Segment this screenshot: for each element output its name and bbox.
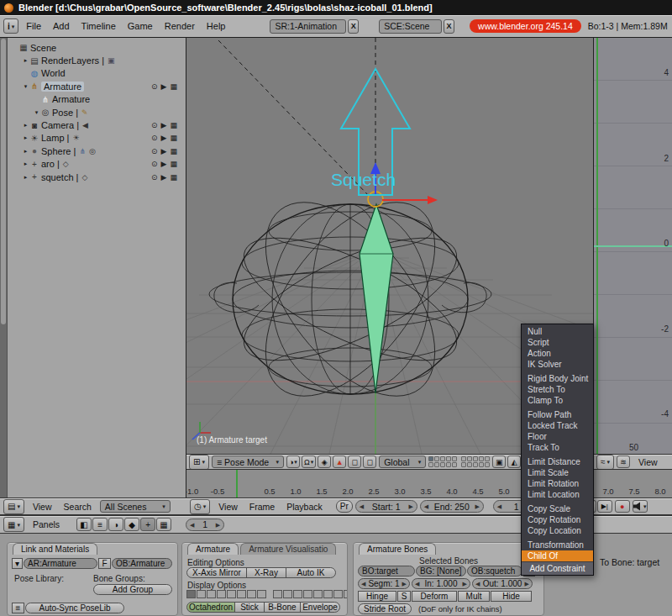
popup-item-limit-scale[interactable]: Limit Scale	[522, 467, 593, 478]
armature-layer-toggle[interactable]	[323, 590, 333, 598]
armature-layer-toggle[interactable]	[207, 590, 216, 598]
menu-help[interactable]: Help	[201, 21, 232, 31]
spinner-right-icon[interactable]: ▶	[402, 581, 407, 587]
object-name-field[interactable]: OB:Armature	[112, 558, 172, 569]
eye-icon[interactable]: ⊙	[151, 160, 158, 168]
layer-toggle[interactable]	[434, 462, 439, 467]
layer-toggle[interactable]	[467, 456, 472, 461]
layer-toggle[interactable]	[440, 456, 445, 461]
poselib-menu-button[interactable]: ≡	[12, 603, 24, 613]
preview-range-button[interactable]: Pr	[336, 500, 353, 513]
tree-expand-icon[interactable]: ▸	[22, 174, 29, 181]
scene-delete-button[interactable]: X	[444, 19, 454, 34]
armature-layer-toggle[interactable]	[186, 590, 196, 598]
popup-item-follow-path[interactable]: Follow Path	[522, 409, 593, 420]
logic-context-button[interactable]: ◧	[76, 518, 92, 531]
script-context-button[interactable]: ≡	[92, 518, 108, 531]
start-frame-field[interactable]: ◀ Start: 1 ▶	[355, 500, 417, 513]
layer-toggle[interactable]	[485, 456, 490, 461]
editing-context-button[interactable]: +	[140, 518, 155, 531]
armature-layer-toggle[interactable]	[273, 590, 282, 598]
layer-toggle[interactable]	[428, 462, 433, 467]
popup-item-ik-solver[interactable]: IK Solver	[522, 359, 593, 370]
popup-item-script[interactable]: Script	[522, 337, 593, 348]
layer-toggle[interactable]	[467, 462, 472, 467]
armature-layer-toggle[interactable]	[303, 590, 312, 598]
outliner-row-sphere[interactable]: ▸●Sphere |⋔◎⊙▶▦	[8, 145, 186, 157]
armature-layer-toggle[interactable]	[237, 590, 246, 598]
popup-item-limit-rotation[interactable]: Limit Rotation	[522, 478, 593, 489]
envelope-button[interactable]: Envelope	[300, 602, 340, 613]
layer-toggle[interactable]	[473, 456, 478, 461]
armature-layer-toggle[interactable]	[227, 590, 236, 598]
menu-add[interactable]: Add	[47, 21, 76, 31]
spinner-right-icon[interactable]: ▶	[525, 581, 529, 587]
ease-in-field[interactable]: ◀ In: 1.000 ▶	[412, 578, 470, 589]
ipo-canvas[interactable]: 50 420-2-4	[594, 38, 672, 454]
spinner-left-icon[interactable]: ◀	[190, 522, 194, 528]
add-group-button[interactable]: Add Group	[93, 584, 172, 595]
select-icon[interactable]: ▶	[161, 134, 167, 142]
layer-toggle[interactable]	[434, 456, 439, 461]
select-icon[interactable]: ▶	[161, 82, 167, 91]
armature-layer-toggle[interactable]	[333, 590, 343, 598]
tab-link-and-materials[interactable]: Link and Materials	[13, 543, 97, 555]
outliner-row-squetch[interactable]: ▸+squetch |◇⊙▶▦	[8, 171, 186, 183]
spinner-right-icon[interactable]: ▶	[408, 503, 412, 509]
tab-armature[interactable]: Armature	[187, 543, 239, 555]
popup-item-action[interactable]: Action	[522, 348, 593, 359]
scrollbar-thumb[interactable]	[1, 39, 6, 324]
renderable-icon[interactable]: ▦	[170, 160, 177, 168]
popup-item-limit-location[interactable]: Limit Location	[522, 489, 593, 500]
armature-layer-toggle[interactable]	[197, 590, 206, 598]
spinner-left-icon[interactable]: ◀	[415, 581, 419, 587]
hide-button[interactable]: Hide	[491, 591, 532, 602]
outliner-row-world[interactable]: ◍World	[8, 67, 186, 80]
timeline-menu-view[interactable]: View	[213, 502, 244, 512]
spinner-left-icon[interactable]: ◀	[424, 503, 428, 509]
timeline-menu-frame[interactable]: Frame	[244, 502, 281, 512]
ease-out-field[interactable]: ◀ Out: 1.000 ▶	[472, 578, 533, 589]
screen-selector[interactable]: SR:1-Animation	[270, 19, 346, 34]
spinner-left-icon[interactable]: ◀	[360, 503, 364, 509]
select-icon[interactable]: ▶	[161, 173, 167, 182]
bone-name-field[interactable]: BO:target	[358, 566, 415, 577]
eye-icon[interactable]: ⊙	[151, 134, 158, 142]
ipo-editor[interactable]: 50 420-2-4 ≈ ▾ ≋ View	[593, 38, 672, 469]
layer-toggle[interactable]	[446, 462, 451, 467]
select-icon[interactable]: ▶	[161, 121, 167, 129]
panels-menu[interactable]: Panels	[27, 519, 66, 529]
shading-dropdown-button[interactable]: ◑▾	[286, 455, 300, 468]
armature-layer-toggle[interactable]	[217, 590, 226, 598]
armature-layer-toggle[interactable]	[283, 590, 292, 598]
popup-item-limit-distance[interactable]: Limit Distance	[522, 456, 593, 467]
select-icon[interactable]: ▶	[161, 147, 167, 155]
snap-button[interactable]: ◭	[507, 455, 521, 468]
armature-layer-toggle[interactable]	[313, 590, 323, 598]
eye-icon[interactable]: ⊙	[151, 82, 158, 91]
tab-armature-visualisation[interactable]: Armature Visualisatio	[240, 543, 336, 555]
mode-dropdown[interactable]: ≡ Pose Mode ▾	[212, 455, 284, 468]
lock-button[interactable]: ▣	[492, 455, 506, 468]
renderable-icon[interactable]: ▦	[170, 173, 177, 182]
outliner-display-dropdown[interactable]: All Scenes ▾	[100, 500, 171, 513]
spinner-right-icon[interactable]: ▶	[216, 522, 220, 528]
popup-item-track-to[interactable]: Track To	[522, 442, 593, 453]
timeline-window-type-button[interactable]: ◷ ▾	[190, 499, 210, 514]
blender-version-button[interactable]: www.blender.org 245.14	[470, 19, 581, 33]
popup-item-null[interactable]: Null	[522, 326, 593, 337]
outliner-row-camera[interactable]: ▸◙Camera |◀⊙▶▦	[8, 118, 186, 131]
outliner-row-renderlayers[interactable]: ▸▤RenderLayers |▣	[8, 54, 186, 66]
jump-to-end-button[interactable]: ▶|	[597, 500, 612, 513]
buttons-window-type-button[interactable]: ▦ ▾	[3, 517, 24, 532]
popup-item-transformation[interactable]: Transformation	[522, 540, 593, 550]
layer-toggle[interactable]	[461, 462, 466, 467]
shading-context-button[interactable]: ◑	[108, 518, 123, 531]
x-ray-button[interactable]: X-Ray	[246, 567, 286, 578]
popup-item-copy-scale[interactable]: Copy Scale	[522, 503, 593, 514]
record-button[interactable]: ●	[615, 500, 630, 513]
info-window-type-button[interactable]: i ▾	[3, 18, 18, 34]
outliner-row-pose[interactable]: ▾◎Pose |✎	[8, 106, 186, 118]
renderable-icon[interactable]: ▦	[170, 121, 177, 129]
auto-ik-button[interactable]: Auto IK	[286, 567, 336, 578]
